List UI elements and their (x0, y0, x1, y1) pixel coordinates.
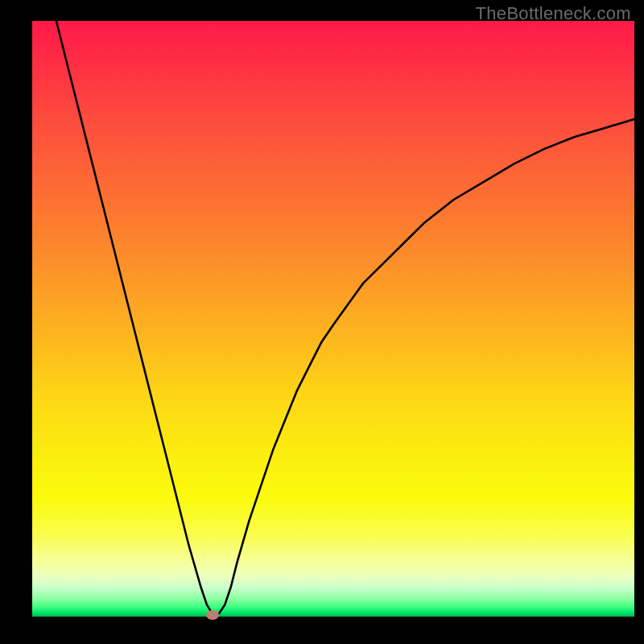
chart-frame: TheBottleneck.com (0, 0, 644, 644)
curve-svg (32, 21, 634, 617)
plot-area (32, 21, 634, 617)
min-marker-dot (206, 610, 219, 620)
bottleneck-curve-line (56, 21, 634, 615)
